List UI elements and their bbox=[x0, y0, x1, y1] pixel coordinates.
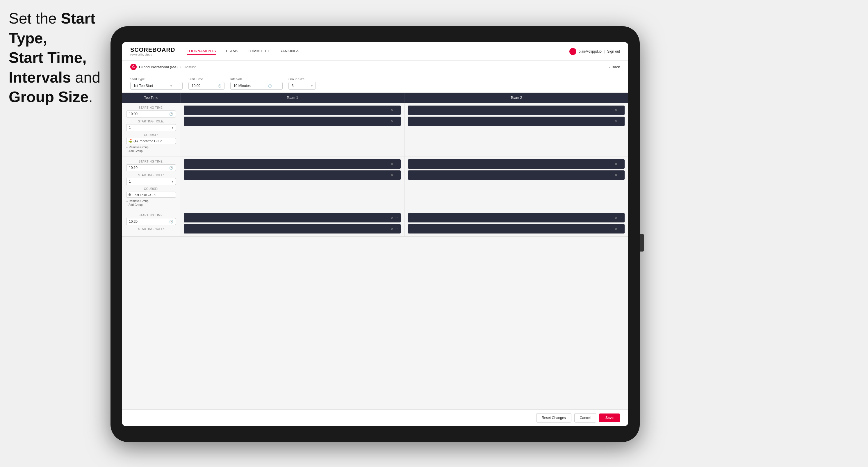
player-row: ✕ ⋯ bbox=[408, 170, 625, 180]
nav-tournaments[interactable]: TOURNAMENTS bbox=[187, 48, 216, 55]
close-icon[interactable]: ✕ bbox=[615, 108, 617, 112]
course-tag-2: 🏛 East Lake GC ✕ bbox=[126, 192, 176, 198]
course-tag-1: ⛳ (A) Peachtree GC ✕ bbox=[126, 138, 176, 144]
close-icon[interactable]: ✕ bbox=[615, 162, 617, 166]
instruction-panel: Set the Start Type, Start Time, Interval… bbox=[9, 9, 107, 107]
intervals-select[interactable]: 10 Minutes 🕐 bbox=[230, 82, 283, 90]
th-team2: Team 2 bbox=[404, 93, 628, 103]
nav-committee[interactable]: COMMITTEE bbox=[247, 48, 270, 55]
course-label-1: COURSE: bbox=[126, 133, 176, 137]
add-group-1[interactable]: + Add Group bbox=[126, 150, 176, 153]
course-remove-2[interactable]: ✕ bbox=[154, 193, 156, 196]
instruction-line3-post: and bbox=[71, 69, 100, 86]
close-icon[interactable]: ✕ bbox=[391, 162, 394, 166]
user-avatar bbox=[569, 48, 576, 55]
team1-col-1: ✕ ⋯ ✕ ⋯ bbox=[180, 103, 404, 156]
tablet-screen: SCOREBOARD Powered by clipp'd TOURNAMENT… bbox=[122, 42, 628, 426]
nav-teams[interactable]: TEAMS bbox=[225, 48, 239, 55]
add-group-2[interactable]: + Add Group bbox=[126, 203, 176, 207]
player-row: ✕ ⋯ bbox=[408, 159, 625, 169]
more-icon[interactable]: ⋯ bbox=[395, 120, 398, 123]
close-icon[interactable]: ✕ bbox=[391, 108, 394, 112]
team2-col-2: ✕ ⋯ ✕ ⋯ bbox=[404, 156, 628, 210]
table-row: STARTING TIME: 10:10 🕐 STARTING HOLE: 1 … bbox=[122, 156, 628, 210]
course-remove-1[interactable]: ✕ bbox=[160, 139, 162, 143]
course-label-2: COURSE: bbox=[126, 187, 176, 190]
nav-right: blair@clippd.io | Sign out bbox=[569, 48, 620, 55]
more-icon[interactable]: ⋯ bbox=[395, 173, 398, 177]
group-size-select[interactable]: 3 ▾ bbox=[288, 82, 316, 90]
settings-row: Start Type 1st Tee Start ▾ Start Time 10… bbox=[122, 73, 628, 93]
table-row: STARTING TIME: 10:00 🕐 STARTING HOLE: 1 … bbox=[122, 103, 628, 156]
group-size-group: Group Size 3 ▾ bbox=[288, 77, 316, 90]
clock-icon: 🕐 bbox=[169, 112, 173, 116]
close-icon[interactable]: ✕ bbox=[615, 216, 617, 220]
footer-bar: Reset Changes Cancel Save bbox=[122, 409, 628, 426]
chevron-down-icon: 🕐 bbox=[268, 84, 272, 88]
tee-col-1: STARTING TIME: 10:00 🕐 STARTING HOLE: 1 … bbox=[122, 103, 180, 156]
player-remove: ✕ ⋯ bbox=[615, 108, 622, 112]
navbar: SCOREBOARD Powered by clipp'd TOURNAMENT… bbox=[122, 42, 628, 61]
more-icon[interactable]: ⋯ bbox=[619, 108, 622, 112]
more-icon[interactable]: ⋯ bbox=[619, 216, 622, 220]
start-type-select[interactable]: 1st Tee Start ▾ bbox=[130, 82, 183, 90]
close-icon[interactable]: ✕ bbox=[615, 227, 617, 231]
remove-group-2[interactable]: ○ Remove Group bbox=[126, 199, 176, 203]
more-icon[interactable]: ⋯ bbox=[619, 173, 622, 177]
more-icon[interactable]: ⋯ bbox=[395, 227, 398, 231]
instruction-line1: Set the Start Type, bbox=[9, 10, 95, 46]
starting-hole-input-1[interactable]: 1 ▾ bbox=[126, 124, 176, 131]
close-icon[interactable]: ✕ bbox=[391, 120, 394, 123]
more-icon[interactable]: ⋯ bbox=[619, 120, 622, 123]
clock-icon: 🕐 bbox=[169, 166, 173, 170]
starting-time-input-1[interactable]: 10:00 🕐 bbox=[126, 111, 176, 118]
more-icon[interactable]: ⋯ bbox=[619, 227, 622, 231]
start-time-label: Start Time bbox=[188, 77, 224, 81]
group-size-label: Group Size bbox=[288, 77, 316, 81]
chevron-down-icon: ▾ bbox=[172, 180, 173, 183]
close-icon[interactable]: ✕ bbox=[391, 216, 394, 220]
nav-rankings[interactable]: RANKINGS bbox=[279, 48, 299, 55]
more-icon[interactable]: ⋯ bbox=[395, 162, 398, 166]
clock-icon: 🕐 bbox=[169, 220, 173, 224]
back-button[interactable]: ‹ Back bbox=[609, 65, 620, 69]
save-button[interactable]: Save bbox=[599, 413, 620, 422]
reset-changes-button[interactable]: Reset Changes bbox=[536, 413, 571, 423]
more-icon[interactable]: ⋯ bbox=[395, 108, 398, 112]
remove-group-1[interactable]: ○ Remove Group bbox=[126, 146, 176, 149]
close-icon[interactable]: ✕ bbox=[615, 173, 617, 177]
sign-out-link[interactable]: Sign out bbox=[607, 50, 620, 54]
start-time-select[interactable]: 10:00 🕐 bbox=[188, 82, 224, 90]
cancel-button[interactable]: Cancel bbox=[574, 413, 596, 423]
starting-hole-label-3: STARTING HOLE: bbox=[126, 227, 176, 230]
team1-col-2: ✕ ⋯ ✕ ⋯ bbox=[180, 156, 404, 210]
player-row: ✕ ⋯ bbox=[184, 170, 401, 180]
more-icon[interactable]: ⋯ bbox=[395, 216, 398, 220]
tablet-side-button bbox=[640, 234, 644, 252]
chevron-down-icon: ▾ bbox=[172, 126, 173, 129]
table-row: STARTING TIME: 10:20 🕐 STARTING HOLE: ✕ bbox=[122, 210, 628, 237]
tee-col-3: STARTING TIME: 10:20 🕐 STARTING HOLE: bbox=[122, 210, 180, 237]
team2-col-3: ✕ ⋯ ✕ ⋯ bbox=[404, 210, 628, 237]
player-row: ✕ ⋯ bbox=[408, 117, 625, 126]
table-header: Tee Time Team 1 Team 2 bbox=[122, 93, 628, 103]
table-scroll[interactable]: STARTING TIME: 10:00 🕐 STARTING HOLE: 1 … bbox=[122, 103, 628, 409]
logo-sub: Powered by clipp'd bbox=[130, 53, 175, 56]
start-time-group: Start Time 10:00 🕐 bbox=[188, 77, 224, 90]
starting-time-input-2[interactable]: 10:10 🕐 bbox=[126, 164, 176, 171]
player-row: ✕ ⋯ bbox=[408, 224, 625, 234]
close-icon[interactable]: ✕ bbox=[391, 227, 394, 231]
start-type-group: Start Type 1st Tee Start ▾ bbox=[130, 77, 183, 90]
player-row: ✕ ⋯ bbox=[184, 213, 401, 222]
starting-hole-input-2[interactable]: 1 ▾ bbox=[126, 178, 176, 185]
starting-time-input-3[interactable]: 10:20 🕐 bbox=[126, 218, 176, 225]
player-row: ✕ ⋯ bbox=[184, 224, 401, 234]
more-icon[interactable]: ⋯ bbox=[619, 162, 622, 166]
breadcrumb-section: Hosting bbox=[184, 65, 196, 69]
player-row: ✕ ⋯ bbox=[184, 117, 401, 126]
chevron-down-icon: 🕐 bbox=[218, 84, 221, 88]
close-icon[interactable]: ✕ bbox=[615, 120, 617, 123]
starting-hole-label-1: STARTING HOLE: bbox=[126, 120, 176, 123]
close-icon[interactable]: ✕ bbox=[391, 173, 394, 177]
flag-icon: ⛳ bbox=[128, 139, 132, 143]
